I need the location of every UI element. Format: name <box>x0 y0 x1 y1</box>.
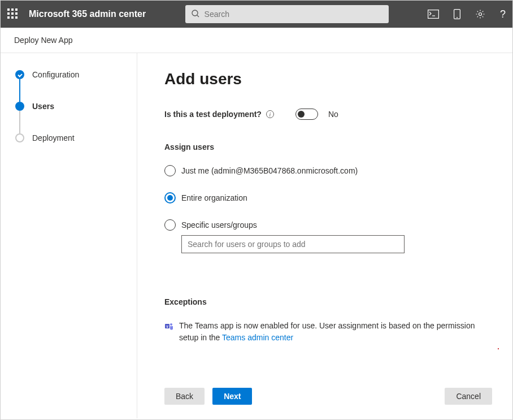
svg-line-1 <box>197 15 199 17</box>
decorative-dot <box>498 348 499 349</box>
app-title: Microsoft 365 admin center <box>29 9 146 19</box>
mobile-icon[interactable] <box>454 9 460 19</box>
radio-entire-org[interactable]: Entire organization <box>164 192 495 203</box>
settings-icon[interactable] <box>475 9 485 19</box>
search-icon <box>191 9 200 20</box>
global-header: Microsoft 365 admin center ? <box>1 1 512 28</box>
step-connector <box>19 111 20 133</box>
step-label: Users <box>32 102 54 111</box>
breadcrumb: Deploy New App <box>1 28 512 53</box>
exceptions-section: Exceptions T The Teams app is now enable… <box>164 297 495 344</box>
back-button[interactable]: Back <box>164 388 205 405</box>
svg-point-5 <box>457 17 458 18</box>
assign-radio-group: Just me (admin@M365B047868.onmicrosoft.c… <box>164 165 495 253</box>
step-connector <box>19 79 20 102</box>
radio-label: Just me (admin@M365B047868.onmicrosoft.c… <box>181 166 358 175</box>
checkmark-icon <box>15 70 24 79</box>
radio-specific[interactable]: Specific users/groups <box>164 219 495 231</box>
step-label: Configuration <box>32 70 79 79</box>
radio-icon <box>164 192 176 203</box>
help-icon[interactable]: ? <box>500 8 506 20</box>
step-deployment[interactable]: Deployment <box>15 133 125 142</box>
exceptions-text: The Teams app is now enabled for use. Us… <box>179 320 495 344</box>
radio-label: Entire organization <box>181 193 247 202</box>
next-button[interactable]: Next <box>212 388 252 405</box>
teams-admin-center-link[interactable]: Teams admin center <box>222 333 293 342</box>
toggle-knob <box>298 111 305 118</box>
dot-icon <box>15 102 24 111</box>
step-configuration[interactable]: Configuration <box>15 70 125 79</box>
exceptions-label: Exceptions <box>164 297 495 306</box>
svg-text:T: T <box>166 324 169 329</box>
toggle-value: No <box>328 110 338 119</box>
main-panel: Add users Is this a test deployment? i N… <box>137 53 512 418</box>
test-deployment-label: Is this a test deployment? <box>164 110 262 119</box>
wizard-steps: Configuration Users Deployment <box>1 53 137 418</box>
search-input[interactable] <box>205 10 383 19</box>
assign-users-label: Assign users <box>164 142 495 151</box>
radio-icon <box>164 165 176 176</box>
teams-icon: T <box>164 322 173 344</box>
user-search-wrap <box>181 235 495 253</box>
app-launcher-icon[interactable] <box>7 8 19 20</box>
radio-label: Specific users/groups <box>181 220 257 230</box>
test-deployment-row: Is this a test deployment? i No <box>164 109 495 120</box>
global-search[interactable] <box>185 5 389 23</box>
shell-icon[interactable] <box>428 10 439 19</box>
svg-rect-2 <box>428 10 439 19</box>
step-label: Deployment <box>32 133 75 142</box>
user-search-input[interactable] <box>181 235 405 253</box>
svg-point-0 <box>192 10 198 16</box>
test-deployment-toggle[interactable] <box>295 109 318 120</box>
svg-point-6 <box>479 13 481 16</box>
info-icon[interactable]: i <box>266 110 274 118</box>
button-bar: Back Next Cancel <box>164 376 495 418</box>
svg-point-9 <box>170 323 172 326</box>
circle-icon <box>15 133 24 142</box>
radio-icon <box>164 219 176 231</box>
radio-just-me[interactable]: Just me (admin@M365B047868.onmicrosoft.c… <box>164 165 495 176</box>
step-users[interactable]: Users <box>15 102 125 111</box>
cancel-button[interactable]: Cancel <box>445 388 492 405</box>
page-title: Add users <box>164 70 495 88</box>
